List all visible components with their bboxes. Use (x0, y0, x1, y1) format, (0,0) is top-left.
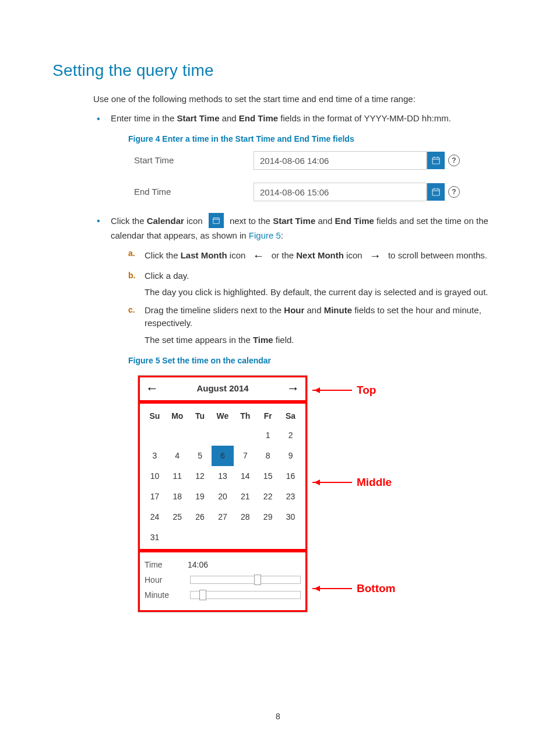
annotation-bottom: Bottom (312, 580, 395, 597)
end-time-input[interactable] (254, 183, 427, 201)
calendar-day[interactable]: 7 (234, 446, 256, 466)
calendar-day[interactable]: 4 (166, 446, 189, 466)
help-icon[interactable]: ? (448, 155, 460, 166)
calendar-day[interactable]: 18 (166, 487, 189, 507)
calendar-icon (212, 216, 220, 225)
calendar-header: ← August 2014 → (138, 376, 307, 402)
calendar-dow: Sa (279, 407, 302, 425)
calendar-day[interactable]: 19 (189, 487, 212, 507)
calendar-day (234, 425, 256, 446)
page-number: 8 (0, 712, 556, 721)
calendar-day[interactable]: 11 (166, 466, 189, 487)
calendar-dow: Mo (166, 407, 189, 425)
calendar-day[interactable]: 5 (189, 446, 212, 466)
hour-slider[interactable] (190, 576, 301, 584)
help-icon[interactable]: ? (448, 186, 460, 198)
calendar-dow: Fr (256, 407, 279, 425)
calendar-day (212, 425, 234, 446)
calendar-day (212, 527, 234, 548)
start-time-row: Start Time ? (134, 151, 504, 170)
calendar-day (234, 527, 256, 548)
calendar-icon (431, 187, 441, 197)
annotation-top: Top (312, 382, 376, 399)
section-heading: Setting the query time (52, 61, 504, 80)
calendar-day[interactable]: 24 (143, 507, 166, 527)
step-c: c. Drag the timeline sliders next to the… (128, 304, 504, 347)
end-time-calendar-button[interactable] (427, 183, 445, 201)
end-time-row: End Time ? (134, 183, 504, 201)
calendar-popup: ← August 2014 → SuMoTuWeThFrSa 123456789… (138, 375, 308, 612)
figure5-content: Top Middle Bottom ← August 2014 (138, 375, 429, 612)
svg-rect-8 (213, 218, 220, 224)
calendar-icon (431, 156, 441, 165)
calendar-day[interactable]: 27 (212, 507, 234, 527)
calendar-day[interactable]: 28 (234, 507, 256, 527)
minute-label: Minute (145, 589, 188, 601)
calendar-day[interactable]: 12 (189, 466, 212, 487)
calendar-day[interactable]: 22 (256, 487, 279, 507)
figure5-caption: Figure 5 Set the time on the calendar (128, 355, 504, 367)
start-time-calendar-button[interactable] (427, 152, 445, 169)
calendar-day[interactable]: 20 (212, 487, 234, 507)
start-time-input[interactable] (254, 151, 427, 170)
calendar-day[interactable]: 1 (256, 425, 279, 446)
calendar-day[interactable]: 26 (189, 507, 212, 527)
end-time-label: End Time (134, 186, 254, 199)
arrow-right-icon: → (370, 247, 381, 264)
time-value: 14:06 (188, 559, 208, 571)
calendar-day[interactable]: 9 (279, 446, 302, 466)
calendar-dow: We (212, 407, 234, 425)
calendar-day[interactable]: 21 (234, 487, 256, 507)
calendar-grid-region: SuMoTuWeThFrSa 1234567891011121314151617… (138, 402, 307, 551)
calendar-day (143, 425, 166, 446)
calendar-day[interactable]: 3 (143, 446, 166, 466)
calendar-day[interactable]: 31 (143, 527, 166, 548)
calendar-month-label: August 2014 (196, 382, 248, 396)
minute-slider-thumb[interactable] (199, 590, 206, 600)
next-month-button[interactable]: → (287, 382, 300, 395)
figure4-caption: Figure 4 Enter a time in the Start Time … (128, 133, 504, 145)
calendar-day[interactable]: 30 (279, 507, 302, 527)
calendar-day[interactable]: 15 (256, 466, 279, 487)
minute-slider[interactable] (190, 591, 301, 599)
calendar-dow: Th (234, 407, 256, 425)
prev-month-button[interactable]: ← (146, 382, 159, 395)
calendar-day[interactable]: 8 (256, 446, 279, 466)
calendar-day[interactable]: 13 (212, 466, 234, 487)
hour-slider-thumb[interactable] (254, 575, 261, 585)
calendar-day[interactable]: 17 (143, 487, 166, 507)
calendar-time-region: Time 14:06 Hour Minute (138, 551, 307, 612)
figure5-link[interactable]: Figure 5 (249, 230, 281, 240)
inline-calendar-icon (209, 213, 224, 228)
calendar-day[interactable]: 23 (279, 487, 302, 507)
body-text: Use one of the following methods to set … (93, 93, 504, 612)
method-1: Enter time in the Start Time and End Tim… (93, 112, 504, 202)
calendar-day[interactable]: 14 (234, 466, 256, 487)
arrow-left-icon: ← (253, 247, 265, 264)
calendar-grid: SuMoTuWeThFrSa 1234567891011121314151617… (143, 407, 302, 548)
calendar-day[interactable]: 6 (212, 446, 234, 466)
calendar-day (189, 527, 212, 548)
calendar-day[interactable]: 16 (279, 466, 302, 487)
annotation-middle: Middle (312, 474, 392, 491)
document-page: Setting the query time Use one of the fo… (0, 0, 556, 756)
step-a: a. Click the Last Month icon ← or the Ne… (128, 247, 504, 265)
calendar-day (166, 527, 189, 548)
calendar-day[interactable]: 2 (279, 425, 302, 446)
step-b: b. Click a day. The day you click is hig… (128, 270, 504, 299)
svg-rect-0 (432, 158, 439, 164)
method-list: Enter time in the Start Time and End Tim… (93, 112, 504, 612)
calendar-day (189, 425, 212, 446)
calendar-day (256, 527, 279, 548)
calendar-dow: Tu (189, 407, 212, 425)
figure4-content: Start Time ? End Time ? (134, 151, 504, 201)
calendar-day (166, 425, 189, 446)
substeps-list: a. Click the Last Month icon ← or the Ne… (128, 247, 504, 347)
calendar-day[interactable]: 29 (256, 507, 279, 527)
start-time-label: Start Time (134, 154, 254, 167)
calendar-day (279, 527, 302, 548)
calendar-day[interactable]: 10 (143, 466, 166, 487)
calendar-dow: Su (143, 407, 166, 425)
intro-text: Use one of the following methods to set … (93, 93, 504, 106)
calendar-day[interactable]: 25 (166, 507, 189, 527)
